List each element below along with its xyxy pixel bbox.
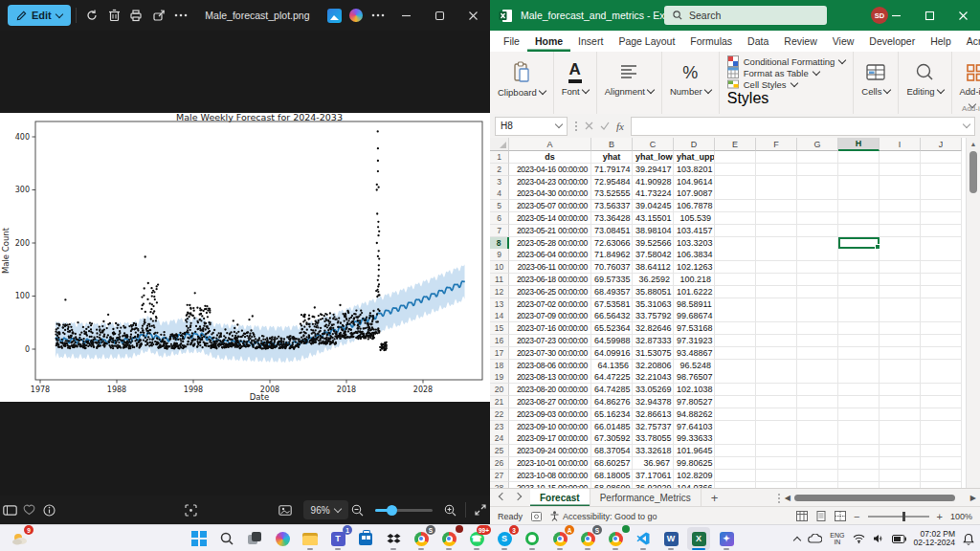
- zoom-slider[interactable]: [375, 509, 433, 512]
- vertical-scrollbar-thumb[interactable]: [969, 151, 977, 193]
- cell-J14[interactable]: [921, 310, 962, 322]
- cell-C5[interactable]: 39.04245: [633, 200, 674, 212]
- tray-expand-icon[interactable]: [793, 536, 801, 543]
- taskbar-icon-skype[interactable]: S3: [493, 527, 516, 550]
- share-button[interactable]: [147, 0, 169, 31]
- cell-I20[interactable]: [880, 384, 921, 396]
- cell-H14[interactable]: [838, 310, 880, 322]
- ribbon-tab-help[interactable]: Help: [923, 31, 959, 52]
- cancel-icon[interactable]: [585, 121, 593, 130]
- cell-D10[interactable]: 102.1263: [674, 261, 715, 274]
- cell-D12[interactable]: 101.6222: [674, 286, 715, 298]
- cell-C3[interactable]: 41.90928: [633, 176, 674, 188]
- cell-B1[interactable]: yhat: [591, 151, 633, 164]
- cell-D14[interactable]: 99.68674: [674, 310, 715, 322]
- row-header-22[interactable]: 22: [490, 408, 509, 421]
- cell-E19[interactable]: [715, 371, 756, 384]
- cell-I7[interactable]: [880, 225, 921, 237]
- cell-C4[interactable]: 41.73224: [633, 187, 674, 200]
- column-header-F[interactable]: F: [756, 138, 797, 151]
- cell-C20[interactable]: 33.05269: [633, 384, 674, 396]
- cell-D7[interactable]: 103.4157: [674, 225, 715, 237]
- cell-A9[interactable]: 2023-06-04 00:00:00: [509, 249, 591, 261]
- cell-B18[interactable]: 64.1356: [591, 360, 633, 372]
- cell-G5[interactable]: [797, 200, 838, 212]
- cell-I14[interactable]: [880, 310, 921, 322]
- cell-F9[interactable]: [756, 249, 797, 261]
- cell-D1[interactable]: yhat_upper: [674, 151, 715, 164]
- cell-C18[interactable]: 32.20806: [633, 360, 674, 372]
- cell-A5[interactable]: 2023-05-07 00:00:00: [509, 200, 591, 212]
- filmstrip-icon[interactable]: [0, 495, 20, 525]
- cell-F4[interactable]: [756, 187, 797, 200]
- cell-F20[interactable]: [756, 384, 797, 396]
- cell-F10[interactable]: [756, 261, 797, 274]
- clock[interactable]: 07:02 PM 02-12-2024: [914, 530, 955, 548]
- cell-C23[interactable]: 32.75737: [633, 421, 674, 433]
- cell-B9[interactable]: 71.84962: [591, 249, 633, 261]
- taskbar-icon-win[interactable]: [188, 527, 211, 550]
- ribbon-group-font[interactable]: A Font: [554, 52, 597, 114]
- cell-D3[interactable]: 104.9614: [674, 176, 715, 188]
- cell-H19[interactable]: [838, 371, 880, 384]
- row-header-13[interactable]: 13: [490, 298, 509, 311]
- taskbar-icon-store[interactable]: [354, 527, 377, 550]
- fx-icon[interactable]: fx: [616, 121, 624, 132]
- ribbon-group-editing[interactable]: Editing: [899, 52, 951, 114]
- cell-A4[interactable]: 2023-04-30 00:00:00: [509, 187, 591, 200]
- cell-I12[interactable]: [880, 286, 921, 298]
- row-header-6[interactable]: 6: [490, 212, 509, 225]
- cell-F25[interactable]: [756, 445, 797, 457]
- cell-B20[interactable]: 64.74285: [591, 384, 633, 396]
- cell-I17[interactable]: [880, 347, 921, 360]
- cell-A14[interactable]: 2023-07-09 00:00:00: [509, 310, 591, 322]
- cell-D5[interactable]: 106.7878: [674, 200, 715, 212]
- ribbon-tab-data[interactable]: Data: [740, 31, 776, 52]
- cell-B22[interactable]: 65.16234: [591, 408, 633, 421]
- more-options-button[interactable]: [169, 0, 191, 31]
- taskbar-icon-vscode[interactable]: [632, 527, 655, 550]
- cell-J4[interactable]: [921, 187, 962, 200]
- cell-I16[interactable]: [880, 335, 921, 347]
- delete-button[interactable]: [103, 0, 125, 31]
- cell-D15[interactable]: 97.53168: [674, 322, 715, 335]
- info-icon[interactable]: [39, 495, 59, 525]
- cell-G24[interactable]: [797, 432, 838, 445]
- taskbar-icon-chrome[interactable]: [437, 527, 460, 550]
- cell-A24[interactable]: 2023-09-17 00:00:00: [509, 432, 591, 445]
- cell-E10[interactable]: [715, 261, 756, 274]
- cell-H21[interactable]: [838, 396, 880, 408]
- cell-B23[interactable]: 66.01485: [591, 421, 633, 433]
- taskbar-icon-chrome[interactable]: [604, 527, 627, 550]
- cell-B2[interactable]: 71.79174: [591, 164, 633, 176]
- accessibility-status[interactable]: Accessibility: Good to go: [550, 511, 657, 521]
- column-header-H[interactable]: H: [838, 138, 880, 151]
- cell-E17[interactable]: [715, 347, 756, 360]
- cell-E6[interactable]: [715, 212, 756, 225]
- cell-E5[interactable]: [715, 200, 756, 212]
- cell-C24[interactable]: 33.78055: [633, 432, 674, 445]
- horizontal-scrollbar-thumb[interactable]: [794, 495, 955, 501]
- cell-A23[interactable]: 2023-09-10 00:00:00: [509, 421, 591, 433]
- cell-D24[interactable]: 99.33633: [674, 432, 715, 445]
- row-header-1[interactable]: 1: [490, 151, 509, 164]
- column-header-J[interactable]: J: [921, 138, 962, 151]
- cell-J3[interactable]: [921, 176, 962, 188]
- cell-C27[interactable]: 37.17061: [633, 470, 674, 482]
- row-header-25[interactable]: 25: [490, 445, 509, 457]
- cell-A8[interactable]: 2023-05-28 00:00:00: [509, 237, 591, 250]
- status-zoom-slider[interactable]: [868, 516, 929, 518]
- cell-B11[interactable]: 69.57335: [591, 274, 633, 286]
- cell-A7[interactable]: 2023-05-21 00:00:00: [509, 225, 591, 237]
- row-header-24[interactable]: 24: [490, 432, 509, 445]
- cell-G20[interactable]: [797, 384, 838, 396]
- formula-input[interactable]: [631, 117, 975, 136]
- cell-F14[interactable]: [756, 310, 797, 322]
- cell-B25[interactable]: 68.37054: [591, 445, 633, 457]
- onedrive-icon[interactable]: [808, 534, 822, 543]
- cell-E1[interactable]: [715, 151, 756, 164]
- row-header-20[interactable]: 20: [490, 384, 509, 396]
- cell-H12[interactable]: [838, 286, 880, 298]
- cell-D6[interactable]: 105.539: [674, 212, 715, 225]
- cell-I8[interactable]: [880, 237, 921, 250]
